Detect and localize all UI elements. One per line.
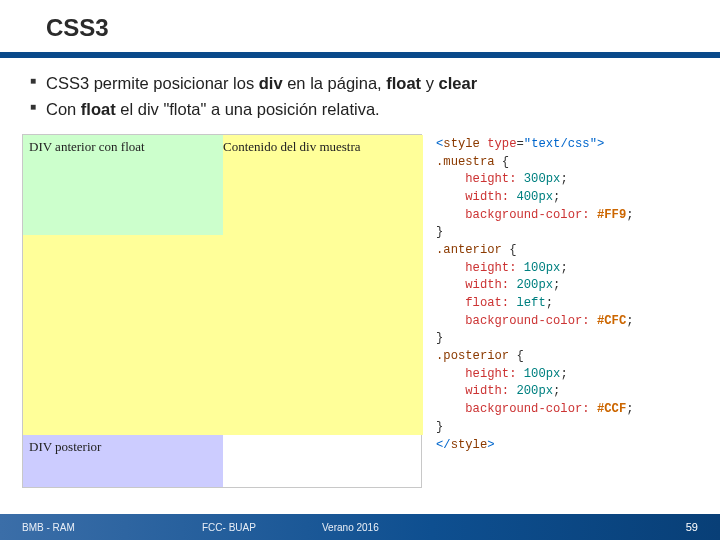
- bullet-2-text-b: el div "flota" a una posición relativa.: [116, 100, 380, 118]
- code-val-200: 200px: [516, 278, 553, 292]
- bullet-1-text-c: y: [421, 74, 438, 92]
- footer-org: FCC- BUAP: [202, 522, 322, 533]
- code-style-tag: style: [443, 137, 480, 151]
- code-listing: <style type="text/css"> .muestra { heigh…: [436, 134, 708, 488]
- code-hex-ff9: #FF9: [597, 208, 626, 222]
- code-gt: >: [597, 137, 604, 151]
- title-bar: CSS3: [0, 0, 720, 58]
- div-posterior: DIV posterior: [23, 435, 223, 487]
- demo-column: DIV anterior con float Contenido del div…: [22, 134, 422, 488]
- bullet-item-1: CSS3 permite posicionar los div en la pá…: [30, 72, 696, 96]
- code-prop-width: width:: [465, 190, 509, 204]
- content-row: DIV anterior con float Contenido del div…: [0, 134, 720, 488]
- bullet-list: CSS3 permite posicionar los div en la pá…: [0, 58, 720, 134]
- code-sel-posterior: .posterior: [436, 349, 509, 363]
- bullet-1-bold-float: float: [386, 74, 421, 92]
- code-sel-anterior: .anterior: [436, 243, 502, 257]
- footer-bar: BMB - RAM FCC- BUAP Verano 2016 59: [0, 514, 720, 540]
- footer-author: BMB - RAM: [22, 522, 202, 533]
- bullet-2-text-a: Con: [46, 100, 81, 118]
- code-val-300: 300px: [524, 172, 561, 186]
- code-sel-muestra: .muestra: [436, 155, 495, 169]
- bullet-1-bold-clear: clear: [439, 74, 478, 92]
- code-val-400: 400px: [516, 190, 553, 204]
- code-prop-height: height:: [465, 172, 516, 186]
- div-anterior: DIV anterior con float: [23, 135, 223, 235]
- bullet-item-2: Con float el div "flota" a una posición …: [30, 98, 696, 122]
- bullet-1-text-a: CSS3 permite posicionar los: [46, 74, 259, 92]
- code-prop-float: float:: [465, 296, 509, 310]
- bullet-1-text-b: en la página,: [283, 74, 387, 92]
- footer-page-number: 59: [686, 521, 698, 533]
- bullet-1-bold-div: div: [259, 74, 283, 92]
- code-attr-type: type: [487, 137, 516, 151]
- code-val-left: left: [516, 296, 545, 310]
- css-float-demo: DIV anterior con float Contenido del div…: [22, 134, 422, 488]
- slide-title: CSS3: [46, 14, 720, 42]
- code-prop-bg: background-color:: [465, 208, 589, 222]
- footer-term: Verano 2016: [322, 522, 686, 533]
- code-hex-ccf: #CCF: [597, 402, 626, 416]
- code-val-100: 100px: [524, 261, 561, 275]
- code-attr-val: "text/css": [524, 137, 597, 151]
- code-hex-cfc: #CFC: [597, 314, 626, 328]
- bullet-2-bold-float: float: [81, 100, 116, 118]
